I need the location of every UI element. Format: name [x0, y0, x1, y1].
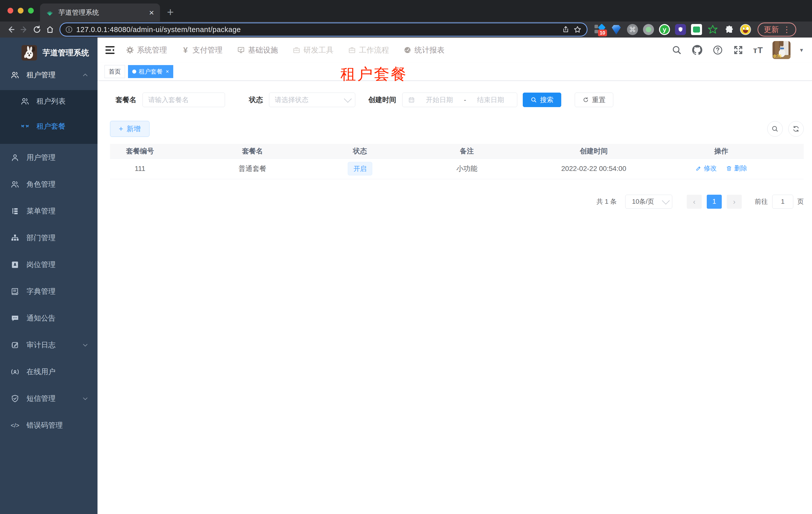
- tab-close-icon[interactable]: ×: [149, 9, 154, 16]
- page-size-select[interactable]: 10条/页: [625, 195, 672, 209]
- github-icon[interactable]: [692, 45, 703, 56]
- start-date-placeholder[interactable]: 开始日期: [418, 96, 461, 104]
- nav-payment-management[interactable]: ¥ 支付管理: [181, 45, 223, 55]
- back-button[interactable]: [4, 23, 18, 36]
- browser-toolbar: 127.0.0.1:48080/admin-ui/system/tenant/p…: [0, 22, 812, 37]
- sidebar-item-audit-log[interactable]: 审计日志: [0, 337, 97, 353]
- pagination: 共 1 条 10条/页 ‹ 1 › 前往 页: [110, 195, 804, 209]
- package-name-input[interactable]: [143, 92, 225, 107]
- url-text[interactable]: 127.0.0.1:48080/admin-ui/system/tenant/p…: [76, 26, 558, 34]
- status-select[interactable]: 请选择状态: [269, 92, 355, 107]
- sidebar-item-menu-management[interactable]: 菜单管理: [0, 204, 97, 219]
- sidebar-logo[interactable]: 芋道管理系统: [0, 37, 97, 60]
- tag-home[interactable]: 首页: [105, 65, 125, 78]
- delete-link[interactable]: 删除: [726, 164, 747, 173]
- reset-button[interactable]: 重置: [575, 92, 613, 107]
- add-button[interactable]: + 新增: [110, 121, 149, 137]
- help-icon[interactable]: [712, 45, 723, 56]
- next-page-button[interactable]: ›: [727, 195, 742, 209]
- refresh-table-button[interactable]: [788, 121, 804, 137]
- chevron-down-icon: [82, 342, 88, 348]
- cell-create-time: 2022-02-22 00:54:00: [549, 158, 639, 179]
- sidebar-item-notice[interactable]: 通知公告: [0, 311, 97, 326]
- extensions-puzzle-icon[interactable]: [724, 24, 735, 35]
- maximize-window-button[interactable]: [28, 8, 34, 13]
- extension-command-icon[interactable]: ⌘: [627, 24, 638, 35]
- extension-kanban-icon[interactable]: 10: [594, 24, 606, 35]
- user-avatar[interactable]: 0:70: [773, 41, 790, 59]
- reset-button-label: 重置: [592, 96, 606, 104]
- new-tab-button[interactable]: +: [167, 4, 174, 22]
- nav-system-management[interactable]: 系统管理: [126, 45, 167, 55]
- nav-workflow[interactable]: 工作流程: [348, 45, 389, 55]
- sidebar-item-tenant-package[interactable]: 租户套餐: [0, 119, 97, 134]
- sidebar-item-online-users[interactable]: 在线用户: [0, 364, 97, 379]
- nav-label: 工作流程: [359, 45, 389, 55]
- sidebar-item-dict-management[interactable]: 字典管理: [0, 284, 97, 299]
- date-range-picker[interactable]: 开始日期 - 结束日期: [402, 92, 517, 107]
- extension-star-icon[interactable]: [707, 24, 719, 35]
- reload-button[interactable]: [30, 23, 44, 36]
- refresh-icon: [792, 125, 800, 133]
- fullscreen-icon[interactable]: [733, 45, 744, 56]
- home-button[interactable]: [44, 23, 57, 36]
- table-toolbar: + 新增: [110, 121, 804, 137]
- font-size-icon[interactable]: тT: [753, 45, 763, 55]
- yen-icon: ¥: [181, 46, 190, 54]
- chevron-up-icon: [82, 72, 88, 78]
- current-page-button[interactable]: 1: [707, 195, 722, 209]
- nav-statistics[interactable]: 统计报表: [404, 45, 444, 55]
- search-icon[interactable]: [671, 45, 682, 56]
- sidebar-item-post-management[interactable]: 岗位管理: [0, 257, 97, 272]
- extension-emoji-icon[interactable]: [740, 24, 751, 35]
- extension-shield-icon[interactable]: [675, 24, 686, 35]
- window-controls[interactable]: [7, 8, 34, 13]
- goto-page-input[interactable]: [772, 195, 793, 209]
- avatar-caret-icon[interactable]: ▾: [800, 47, 803, 54]
- browser-tab[interactable]: 芋道管理系统 ×: [40, 3, 160, 22]
- extension-record-icon[interactable]: [643, 24, 654, 35]
- bookmark-star-icon[interactable]: [573, 25, 582, 34]
- status-badge[interactable]: 开启: [348, 162, 372, 175]
- sidebar-item-role-management[interactable]: 角色管理: [0, 177, 97, 192]
- header-actions: тT 0:70 ▾: [671, 41, 803, 59]
- app-title: 芋道管理系统: [42, 48, 89, 58]
- share-icon[interactable]: [562, 26, 570, 33]
- table-row: 111 普通套餐 开启 小功能 2022-02-22 00:54:00 修改: [110, 158, 804, 179]
- tree-menu-icon: [10, 207, 20, 216]
- close-window-button[interactable]: [7, 8, 13, 13]
- extension-badge: 10: [598, 29, 607, 36]
- collapse-sidebar-icon[interactable]: [104, 44, 116, 56]
- site-info-icon[interactable]: [65, 26, 73, 33]
- extension-y-icon[interactable]: y: [659, 24, 670, 35]
- org-chart-icon: [10, 234, 20, 242]
- nav-label: 支付管理: [193, 45, 223, 55]
- sidebar-item-department-management[interactable]: 部门管理: [0, 231, 97, 245]
- prev-page-button[interactable]: ‹: [687, 195, 702, 209]
- hide-search-button[interactable]: [767, 121, 783, 137]
- browser-menu-icon[interactable]: ⋮: [783, 25, 791, 34]
- sidebar-item-error-code-management[interactable]: </> 错误码管理: [0, 418, 97, 433]
- col-status: 状态: [335, 144, 385, 158]
- browser-update-button[interactable]: 更新 ⋮: [757, 23, 796, 36]
- address-bar[interactable]: 127.0.0.1:48080/admin-ui/system/tenant/p…: [59, 23, 587, 36]
- page-content: 套餐名 状态 请选择状态 创建时间 开始日期 - 结束日期: [97, 81, 812, 514]
- nav-infrastructure[interactable]: 基础设施: [237, 45, 278, 55]
- edit-link[interactable]: 修改: [695, 164, 717, 173]
- package-name-field[interactable]: [148, 96, 219, 104]
- tag-close-icon[interactable]: ×: [166, 68, 169, 75]
- sidebar-item-tenant-management[interactable]: 租户管理: [0, 67, 97, 83]
- sidebar-item-tenant-list[interactable]: 租户列表: [0, 94, 97, 109]
- sidebar-item-sms-management[interactable]: 短信管理: [0, 391, 97, 406]
- tag-tenant-package[interactable]: 租户套餐 ×: [128, 65, 173, 78]
- forward-button[interactable]: [18, 23, 30, 36]
- page-unit-label: 页: [797, 197, 804, 206]
- extension-gem-icon[interactable]: [610, 24, 622, 35]
- nav-dev-tools[interactable]: 研发工具: [292, 45, 334, 55]
- minimize-window-button[interactable]: [18, 8, 24, 13]
- extension-chat-icon[interactable]: [691, 24, 702, 35]
- edit-pen-icon: [695, 165, 702, 172]
- sidebar-item-user-management[interactable]: 用户管理: [0, 150, 97, 165]
- end-date-placeholder[interactable]: 结束日期: [470, 96, 512, 104]
- search-button[interactable]: 搜索: [523, 92, 561, 107]
